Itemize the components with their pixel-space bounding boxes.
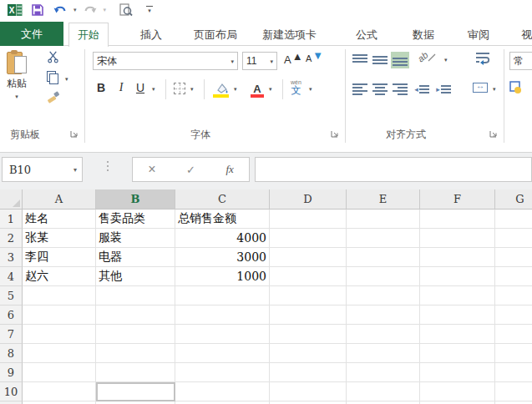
tab-review[interactable]: 审阅 bbox=[459, 23, 498, 46]
cell-B7[interactable] bbox=[96, 325, 175, 344]
name-box[interactable]: B10 ▾ bbox=[2, 157, 83, 182]
cell-E4[interactable] bbox=[347, 267, 420, 286]
name-box-dropdown[interactable]: ▾ bbox=[73, 166, 82, 174]
decrease-indent-button[interactable]: ◂ bbox=[413, 81, 431, 98]
font-size-combo[interactable]: 11 ▾ bbox=[242, 52, 277, 70]
cell-G5[interactable] bbox=[495, 286, 532, 306]
copy-dropdown[interactable]: ▾ bbox=[65, 76, 68, 82]
tab-view[interactable]: 视 bbox=[513, 23, 532, 46]
cell-C6[interactable] bbox=[175, 306, 270, 325]
cell-F2[interactable] bbox=[420, 229, 495, 248]
formula-input[interactable] bbox=[255, 157, 532, 182]
cell-D4[interactable] bbox=[270, 267, 347, 286]
cell-F3[interactable] bbox=[420, 248, 495, 267]
paste-button[interactable]: 粘贴 ▾ bbox=[7, 51, 27, 99]
cell-F6[interactable] bbox=[420, 306, 495, 325]
cell-G4[interactable] bbox=[495, 267, 532, 286]
cell-A10[interactable] bbox=[23, 382, 96, 401]
cell-F4[interactable] bbox=[420, 267, 495, 286]
borders-dropdown[interactable]: ▾ bbox=[190, 86, 194, 92]
cell-G1[interactable] bbox=[495, 210, 532, 229]
redo-button[interactable] bbox=[80, 2, 100, 18]
cell-D5[interactable] bbox=[270, 286, 347, 306]
cell-G2[interactable] bbox=[495, 229, 532, 248]
cell-B3[interactable]: 电器 bbox=[96, 248, 175, 267]
font-color-dropdown[interactable]: ▾ bbox=[269, 86, 272, 92]
cell-B9[interactable] bbox=[96, 363, 175, 382]
cell-C2[interactable]: 4000 bbox=[175, 229, 270, 248]
grow-font-button[interactable]: A▲ bbox=[284, 53, 303, 66]
cell-E2[interactable] bbox=[347, 229, 420, 248]
underline-dropdown[interactable]: ▾ bbox=[152, 86, 155, 92]
undo-button[interactable] bbox=[50, 2, 70, 18]
merge-center-dropdown[interactable]: ▾ bbox=[493, 86, 496, 92]
align-top-button[interactable] bbox=[351, 52, 369, 68]
cell-A2[interactable]: 张某 bbox=[23, 229, 96, 248]
enter-button[interactable]: ✓ bbox=[186, 164, 195, 176]
font-name-combo[interactable]: 宋体 ▾ bbox=[93, 52, 238, 70]
cell-F9[interactable] bbox=[420, 363, 495, 382]
bold-button[interactable]: B bbox=[94, 81, 109, 94]
tab-formulas[interactable]: 公式 bbox=[347, 23, 386, 46]
select-all-corner[interactable] bbox=[0, 189, 23, 210]
tab-custom-tab[interactable]: 新建选项卡 bbox=[254, 23, 325, 46]
cell-A4[interactable]: 赵六 bbox=[23, 267, 96, 286]
cancel-button[interactable]: × bbox=[148, 162, 155, 177]
cell-A9[interactable] bbox=[23, 363, 96, 382]
cell-D6[interactable] bbox=[270, 306, 347, 325]
cell-D2[interactable] bbox=[270, 229, 347, 248]
copy-button[interactable] bbox=[47, 71, 58, 83]
cell-E9[interactable] bbox=[347, 363, 420, 382]
row-header-4[interactable]: 4 bbox=[0, 267, 23, 286]
row-header-1[interactable]: 1 bbox=[0, 210, 23, 229]
cell-C10[interactable] bbox=[175, 382, 270, 401]
cell-G9[interactable] bbox=[495, 363, 532, 382]
cell-C5[interactable] bbox=[175, 286, 270, 306]
save-button[interactable] bbox=[28, 2, 47, 18]
accounting-format-button[interactable] bbox=[509, 81, 523, 94]
cell-F7[interactable] bbox=[420, 325, 495, 344]
cell-C3[interactable]: 3000 bbox=[175, 248, 270, 267]
cell-F5[interactable] bbox=[420, 286, 495, 306]
font-dialog-launcher[interactable] bbox=[331, 129, 339, 138]
cut-button[interactable] bbox=[47, 51, 59, 63]
column-header-C[interactable]: C bbox=[175, 189, 270, 210]
underline-button[interactable]: U bbox=[134, 81, 147, 94]
row-header-7[interactable]: 7 bbox=[0, 325, 23, 344]
cell-C9[interactable] bbox=[175, 363, 270, 382]
row-header-2[interactable]: 2 bbox=[0, 229, 23, 248]
tab-page-layout[interactable]: 页面布局 bbox=[185, 23, 246, 46]
column-header-G[interactable]: G bbox=[495, 189, 532, 210]
cell-F10[interactable] bbox=[420, 382, 495, 401]
tab-home[interactable]: 开始 bbox=[68, 23, 109, 47]
align-left-button[interactable] bbox=[351, 81, 369, 98]
cell-E6[interactable] bbox=[347, 306, 420, 325]
cell-B6[interactable] bbox=[96, 306, 175, 325]
row-header-3[interactable]: 3 bbox=[0, 248, 23, 267]
align-right-button[interactable] bbox=[391, 81, 409, 98]
align-bottom-button[interactable] bbox=[391, 52, 409, 68]
cell-C8[interactable] bbox=[175, 344, 270, 363]
column-header-B[interactable]: B bbox=[96, 189, 175, 210]
column-header-F[interactable]: F bbox=[420, 189, 495, 210]
cell-B5[interactable] bbox=[96, 286, 175, 306]
cell-A5[interactable] bbox=[23, 286, 96, 306]
alignment-dialog-launcher[interactable] bbox=[489, 129, 498, 138]
cell-A7[interactable] bbox=[23, 325, 96, 344]
wrap-text-button[interactable] bbox=[474, 50, 491, 65]
cell-E7[interactable] bbox=[347, 325, 420, 344]
cell-A8[interactable] bbox=[23, 344, 96, 363]
column-header-E[interactable]: E bbox=[347, 189, 420, 210]
cell-C4[interactable]: 1000 bbox=[175, 267, 270, 286]
cell-C7[interactable] bbox=[175, 325, 270, 344]
fill-color-button[interactable] bbox=[212, 79, 231, 98]
font-color-button[interactable]: A bbox=[249, 79, 266, 98]
cell-E5[interactable] bbox=[347, 286, 420, 306]
cell-B4[interactable]: 其他 bbox=[96, 267, 175, 286]
cell-A1[interactable]: 姓名 bbox=[23, 210, 96, 229]
cell-G6[interactable] bbox=[495, 306, 532, 325]
tab-data[interactable]: 数据 bbox=[404, 23, 443, 46]
cell-G3[interactable] bbox=[495, 248, 532, 267]
customize-qat-button[interactable]: ▾ bbox=[144, 2, 155, 18]
cell-D9[interactable] bbox=[270, 363, 347, 382]
